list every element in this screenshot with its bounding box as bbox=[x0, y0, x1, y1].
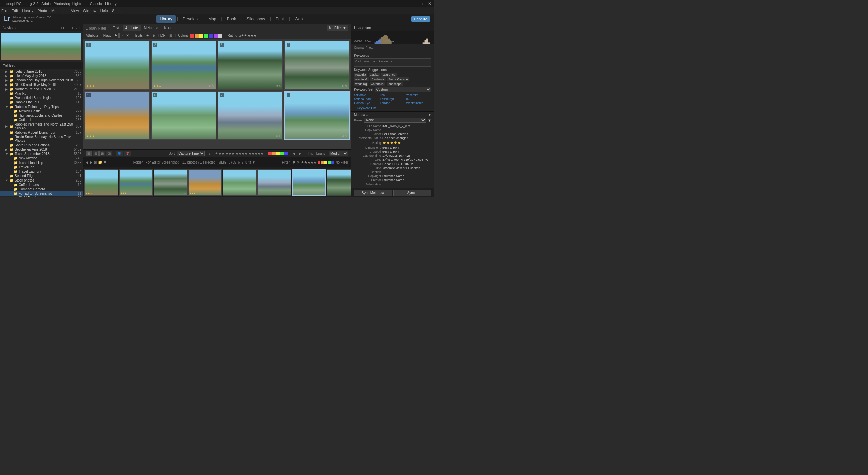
quick-describe-icon[interactable]: ▼ bbox=[428, 113, 431, 117]
filmstrip-flag-icon[interactable]: ⚑ bbox=[103, 160, 106, 164]
filmstrip-folder-icon[interactable]: 📁 bbox=[98, 160, 102, 164]
people-view-icon[interactable]: 👤 bbox=[116, 151, 123, 156]
kw-california[interactable]: california bbox=[354, 93, 379, 97]
filmstrip-color-green[interactable] bbox=[328, 161, 331, 164]
nav-book[interactable]: Book bbox=[223, 15, 239, 23]
kw-sierra[interactable]: Sierra Cazade bbox=[387, 77, 409, 81]
folder-item-roslin[interactable]: 📁 Roslin Snow Birthday trip Stress Trave… bbox=[0, 135, 83, 143]
filter-tab-none[interactable]: None bbox=[161, 25, 175, 31]
folder-item-nc500[interactable]: ▶ 📁 NC500 and Skye May 2018 4007 bbox=[0, 82, 83, 87]
photo-cell-2[interactable]: 2 ★★★ ⊕✎ bbox=[151, 41, 217, 90]
preset-icon[interactable]: ▼ bbox=[428, 118, 431, 122]
view-grid-icon[interactable]: ⊞ bbox=[86, 151, 92, 156]
folder-item-new-mexico[interactable]: 📁 New Mexico 1743 bbox=[0, 156, 83, 160]
filmstrip-grid-icon[interactable]: ⊞ bbox=[94, 160, 97, 164]
menu-scripts[interactable]: Scripts bbox=[112, 8, 123, 13]
color-filter-orange[interactable] bbox=[272, 152, 276, 155]
folder-item-santa[interactable]: 📁 Santa Run and Potions 200 bbox=[0, 143, 83, 147]
filmstrip-thumb-2[interactable]: ★★★ ⊕ bbox=[119, 169, 153, 196]
kw-london[interactable]: London bbox=[380, 101, 406, 105]
nav-slideshow[interactable]: Slideshow bbox=[243, 15, 269, 23]
filter-tab-text[interactable]: Text bbox=[110, 25, 122, 31]
kw-roadtrip[interactable]: roadtrip bbox=[354, 73, 367, 77]
flag-icon-unflagged[interactable]: ○ bbox=[119, 33, 124, 38]
keyword-set-select[interactable]: Custom Outdoor Photography Travel bbox=[375, 87, 431, 92]
nav-web[interactable]: Web bbox=[291, 15, 306, 23]
folder-item-second-flight[interactable]: 📁 Second Flight 41 bbox=[0, 174, 83, 178]
star-filter-icon1[interactable]: ★ bbox=[215, 152, 218, 155]
folder-item-stock[interactable]: ▼ 📁 Stock photos 269 bbox=[0, 178, 83, 183]
filter-tab-attribute[interactable]: Attribute bbox=[123, 25, 141, 31]
folder-item-london[interactable]: ▶ 📁 London and Day Trips November 2018 1… bbox=[0, 78, 83, 82]
view-compare-icon[interactable]: ⊠ bbox=[99, 151, 105, 156]
filmstrip-color-blue[interactable] bbox=[331, 161, 334, 164]
photo-cell-3[interactable]: 3 ⊕✎ bbox=[218, 41, 283, 90]
edit-icon[interactable]: ✦ bbox=[145, 33, 150, 38]
kw-landscape[interactable]: landscape bbox=[387, 82, 403, 86]
photo-cell-5[interactable]: 5 ★★★ bbox=[84, 91, 150, 140]
kw-waterfalls[interactable]: waterfalls bbox=[370, 82, 385, 86]
color-filter-yellow[interactable] bbox=[276, 152, 280, 155]
folder-item-pilar[interactable]: 📁 Pilar Rum 13 bbox=[0, 91, 83, 96]
map-view-icon[interactable]: 📍 bbox=[124, 151, 131, 156]
folder-item-gx8[interactable]: 📁 GX8 Mirrorless camera 37 bbox=[0, 196, 83, 197]
kw-westminster[interactable]: Westminster bbox=[406, 101, 431, 105]
thumbnails-select[interactable]: Medium Small Large bbox=[329, 151, 348, 156]
maximize-icon[interactable]: □ bbox=[423, 1, 425, 6]
photo-cell-8[interactable]: 8 ⊕✎ bbox=[284, 91, 350, 140]
folder-item-iceland[interactable]: ▶ 📁 Iceland June 2018 7658 bbox=[0, 69, 83, 74]
no-filter-button[interactable]: No Filter ▼ bbox=[327, 25, 348, 31]
nav-map[interactable]: Map bbox=[205, 15, 219, 23]
color-filter-green[interactable] bbox=[280, 152, 284, 155]
filmstrip-thumb-8[interactable] bbox=[327, 169, 351, 196]
filmstrip-no-filter[interactable]: No Filter bbox=[335, 160, 348, 164]
color-green[interactable] bbox=[204, 34, 208, 38]
folder-item-prestonfield[interactable]: 📁 Prestonfield Burns Night 105 bbox=[0, 96, 83, 100]
view-loupe-icon[interactable]: ⊟ bbox=[93, 151, 99, 156]
minimize-icon[interactable]: ─ bbox=[417, 1, 420, 6]
kw-wedding[interactable]: wedding bbox=[354, 82, 368, 86]
nav-next-icon[interactable]: ▶ bbox=[90, 160, 93, 164]
nav-library[interactable]: Library bbox=[156, 15, 176, 23]
close-icon[interactable]: ✕ bbox=[428, 1, 431, 6]
filmstrip-thumb-6[interactable]: ⊕ bbox=[257, 169, 291, 196]
menu-help[interactable]: Help bbox=[100, 8, 108, 13]
filmstrip-thumb-7[interactable]: ⊕ bbox=[292, 169, 326, 196]
color-yellow[interactable] bbox=[199, 34, 203, 38]
kw-national-park[interactable]: national park bbox=[354, 97, 379, 101]
folder-item-highlands[interactable]: 📁 Highlands Lochs and Castles 275 bbox=[0, 113, 83, 118]
kw-yosemite[interactable]: Yosemite bbox=[406, 93, 431, 97]
view-survey-icon[interactable]: ⊡ bbox=[106, 151, 112, 156]
folder-item-rabbies-inverness[interactable]: ▶ 📁 Rabbies Inverness and North East 250… bbox=[0, 122, 83, 130]
folder-item-outlander[interactable]: 📁 Outlander 286 bbox=[0, 118, 83, 122]
menu-window[interactable]: Window bbox=[83, 8, 96, 13]
kw-laurence[interactable]: Laurence bbox=[381, 73, 397, 77]
folder-item-compact[interactable]: 📁 Compact Camera bbox=[0, 187, 83, 191]
star-filter-icon4[interactable]: ★★★★ bbox=[235, 152, 248, 155]
preset-select[interactable]: None bbox=[364, 118, 426, 123]
keywords-input-area[interactable]: Click here to add keywords bbox=[354, 58, 431, 66]
kw-edinburgh[interactable]: Edinburgh bbox=[380, 97, 406, 101]
folder-item-texas[interactable]: ▼ 📁 Texas September 2018 5508 bbox=[0, 152, 83, 156]
folder-item-travelcon[interactable]: 📁 TravelCon bbox=[0, 165, 83, 169]
sort-order-icon[interactable]: ↑↓ bbox=[207, 152, 210, 155]
nav-right-icon[interactable]: ▶ bbox=[299, 152, 301, 155]
filmstrip-color-yellow[interactable] bbox=[324, 161, 327, 164]
kw-roadtrip2[interactable]: roadtrip2 bbox=[354, 77, 369, 81]
rating-stars[interactable]: ★★★★★ bbox=[382, 140, 401, 145]
sync-button[interactable]: Sync... bbox=[393, 190, 431, 196]
folder-item-isleofmay[interactable]: ▶ 📁 Isle of May July 2018 584 bbox=[0, 74, 83, 78]
nav-left-icon[interactable]: ◀ bbox=[293, 152, 295, 155]
filmstrip-thumb-4[interactable]: ★★★ bbox=[188, 169, 222, 196]
photo-cell-6[interactable]: 6 bbox=[151, 91, 217, 140]
folders-add-icon[interactable]: + bbox=[78, 64, 80, 68]
filmstrip-color-orange[interactable] bbox=[321, 161, 324, 164]
folder-item-editor[interactable]: 📁 For Editor Screenshot 11 bbox=[0, 191, 83, 196]
flag-icon-reject[interactable]: ✕ bbox=[125, 33, 130, 38]
photo-cell-7[interactable]: 7 ⊕✎ bbox=[218, 91, 283, 140]
folder-item-rabbie-fife[interactable]: 📁 Rabbie Fife Tour 113 bbox=[0, 100, 83, 104]
filmstrip-thumb-5[interactable] bbox=[223, 169, 257, 196]
kw-alaska[interactable]: alaska bbox=[369, 73, 380, 77]
virtual-icon[interactable]: ⊕ bbox=[151, 33, 156, 38]
star-filter-icon2[interactable]: ★★ bbox=[219, 152, 225, 155]
